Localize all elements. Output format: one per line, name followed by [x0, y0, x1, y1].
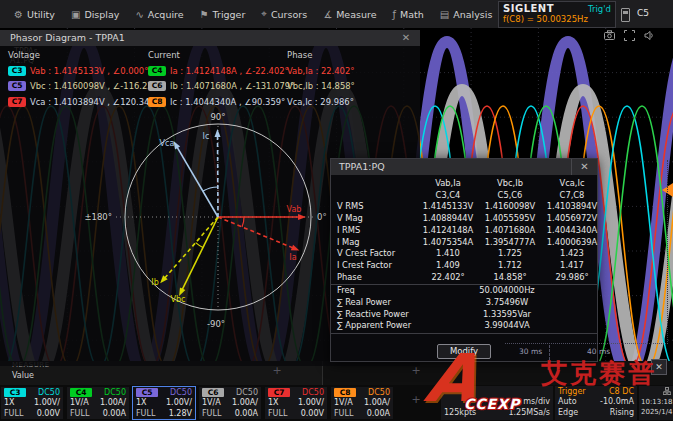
pq-row-label: I Mag [337, 237, 417, 249]
cursors-icon: ⌖ [261, 8, 267, 20]
pq-col-channels: C5,C6 [479, 190, 541, 202]
trigger-descriptor[interactable]: TriggerC8 DC Auto-10.0mA EdgeRising [555, 386, 637, 420]
coupling-label: DC50 [368, 388, 390, 397]
timebase-descriptor[interactable]: ms/div 125kpts1.25MSa/s [441, 386, 553, 420]
modify-button[interactable]: Modify [437, 344, 491, 359]
speaker-icon[interactable] [644, 30, 655, 41]
channel-badge: C4 [70, 388, 92, 397]
axis-label-180: ±180° [84, 212, 112, 222]
pq-row-label: I Crest Factor [337, 260, 417, 272]
channel-badge: C7 [268, 388, 290, 397]
channel-descriptor-c3[interactable]: C3DC50 1X1.00V/ FULL0.00V [0, 386, 64, 420]
pq-row-label: V Mag [337, 213, 417, 225]
bandwidth-label: FULL [4, 409, 23, 418]
pq-cell: 1.3954777A [479, 237, 541, 249]
menu-display[interactable]: ▣Display [63, 0, 127, 28]
attenuation-label: 1X [4, 398, 15, 407]
time-axis-label: 40 ms [587, 347, 610, 356]
menu-trigger-label: Trigger [213, 9, 246, 20]
menu-analysis[interactable]: ▤Analysis [432, 0, 501, 28]
graticule-tick-line [549, 345, 550, 360]
pq-cell: 1.4088944V [417, 213, 479, 225]
vector-label: Vab [287, 205, 302, 214]
menu-trigger[interactable]: ⚑Trigger [192, 0, 254, 28]
pq-cell: 29.986° [541, 272, 603, 284]
battery-icon [621, 8, 630, 22]
grid-cross-marker: + [411, 393, 420, 406]
menu-analysis-label: Analysis [453, 9, 492, 20]
attenuation-label: 1X [268, 398, 279, 407]
phase-angle-arc [196, 243, 203, 248]
phasor-vectors: VabIaVbcIbVcaIc [151, 129, 306, 304]
axis-label-minus90: -90° [207, 319, 225, 329]
menu-measure[interactable]: ∡Measure [315, 0, 384, 28]
channel-descriptor-c5[interactable]: C5DC50 1X1.00V/ FULL1.28V [132, 386, 196, 420]
pq-cell: 1.725 [479, 248, 541, 260]
pq-row-label: I RMS [337, 225, 417, 237]
channel-badge: C3 [4, 388, 26, 397]
pq-table: Vab,Ia Vbc,Ib Vca,Ic C3,C4 C5,C6 C7,C8 V… [331, 175, 597, 283]
bandwidth-label: FULL [202, 409, 221, 418]
vector-label: Ib [151, 278, 158, 287]
grid-cross-marker: + [272, 364, 281, 377]
phase-angle-arc [203, 187, 218, 191]
pq-cell: 1.423 [541, 248, 603, 260]
trigger-mode: Auto [558, 397, 577, 406]
channel-descriptor-c8[interactable]: C8DC50 1V/A1.00A/ FULL0.00A [330, 386, 394, 420]
menu-cursors-label: Cursors [271, 9, 307, 20]
menu-cursors[interactable]: ⌖Cursors [253, 0, 315, 28]
pq-cell: 1.4103894V [541, 201, 603, 213]
frequency-counter: f(C8) = 50.00325Hz [499, 14, 615, 24]
menu-utility[interactable]: ⚙Utility [6, 0, 63, 28]
offset-label: 0.00V [37, 409, 60, 418]
analysis-icon: ▤ [440, 9, 449, 20]
menu-acquire[interactable]: ∿Acquire [127, 0, 191, 28]
channel-descriptor-c6[interactable]: C6DC50 1V/A1.00A/ FULL0.00A [198, 386, 262, 420]
channel-badge: C8 [334, 388, 356, 397]
trigger-flag-icon: ⚑ [200, 9, 209, 20]
pq-summary-row: ∑ Real Power3.75496W [337, 297, 597, 309]
pq-col-channels: C7,C8 [541, 190, 603, 202]
time-axis-label: 30 ms [519, 347, 542, 356]
offset-label: 0.00A [235, 409, 258, 418]
pq-cell: 1.4000639A [541, 237, 603, 249]
graticule-bottom-line [505, 343, 668, 344]
clock-time: 10:13:18 [641, 397, 671, 408]
pq-cell: 1.417 [541, 260, 603, 272]
trigger-level: -10.0mA [600, 397, 634, 406]
channel-descriptor-c7[interactable]: C7DC50 1X1.00V/ FULL0.00V [264, 386, 328, 420]
trigger-status-box[interactable]: SIGLENT Trig'd f(C8) = 50.00325Hz [498, 1, 616, 28]
fullscreen-icon[interactable] [624, 30, 635, 41]
scale-label: 1.00A/ [100, 398, 126, 407]
pq-cell: 1.4160098V [479, 201, 541, 213]
trigger-status: Trig'd [588, 4, 611, 14]
datetime-box[interactable]: 10:13:18 2025/1/4 [639, 386, 673, 420]
timebase-scale: ms/div [523, 397, 550, 406]
pq-summary-label: ∑ Real Power [337, 297, 417, 309]
channel-descriptor-c4[interactable]: C4DC50 1V/A1.00A/ FULL0.00A [66, 386, 130, 420]
measure-value-label: Value [12, 371, 34, 380]
math-icon: ƒ [393, 9, 397, 20]
camera-icon[interactable] [604, 30, 615, 41]
pq-cell: 1.410 [417, 248, 479, 260]
pq-summary-row: Freq50.004000Hz [337, 285, 597, 297]
trigger-type: Edge [558, 408, 578, 417]
panel-close-button[interactable]: ✕ [651, 359, 667, 375]
coupling-label: DC50 [170, 388, 192, 397]
menu-math-label: Math [400, 9, 424, 20]
active-channel-indicator[interactable]: C5 [637, 8, 649, 18]
pq-summary-value: 50.004000Hz [417, 285, 597, 297]
network-icon [663, 387, 671, 395]
display-icon: ▣ [71, 9, 80, 20]
menu-math[interactable]: ƒMath [385, 0, 432, 28]
pq-cell: 22.402° [417, 272, 479, 284]
pq-summary-row: ∑ Reactive Power1.33595Var [337, 309, 597, 321]
pq-summary: Freq50.004000Hz ∑ Real Power3.75496W ∑ R… [331, 285, 597, 331]
clock-date: 2025/1/4 [641, 407, 671, 418]
vector-label: Vca [160, 139, 175, 148]
oscilloscope-screen: ⚙Utility ▣Display ∿Acquire ⚑Trigger ⌖Cur… [0, 0, 673, 421]
menu-bar: ⚙Utility ▣Display ∿Acquire ⚑Trigger ⌖Cur… [0, 0, 673, 28]
pq-dialog-titlebar[interactable]: TPPA1:PQ ✕ [331, 159, 597, 175]
pq-close-icon[interactable]: ✕ [571, 159, 597, 175]
axis-label-0: 0° [317, 212, 327, 222]
